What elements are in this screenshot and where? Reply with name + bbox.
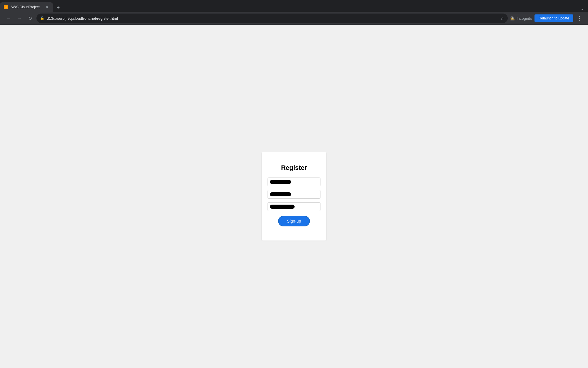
password-field-wrapper [268,202,320,211]
tab-bar: H AWS CloudProject × + ⌄ [0,0,588,12]
browser-tab-active[interactable]: H AWS CloudProject × [0,2,53,12]
browser-menu-button[interactable]: ⋮ [576,14,583,23]
new-tab-button[interactable]: + [54,4,62,12]
register-card: Register Sign-up [262,152,326,241]
incognito-label: Incognito [517,16,532,21]
page-content: Register Sign-up [0,25,588,368]
incognito-icon: 🕵 [510,16,515,21]
forward-button[interactable]: → [15,14,24,22]
address-bar: ← → ↻ 🔒 d13uxserpfjf9q.cloudfront.net/re… [0,12,588,25]
back-button[interactable]: ← [5,14,13,22]
tab-close-button[interactable]: × [45,5,49,9]
svg-text:H: H [5,6,6,9]
bookmark-icon[interactable]: ☆ [500,16,504,21]
tab-list-button[interactable]: ⌄ [579,5,586,12]
reload-button[interactable]: ↻ [26,14,34,22]
url-text: d13uxserpfjf9q.cloudfront.net/register.h… [47,16,498,21]
url-bar[interactable]: 🔒 d13uxserpfjf9q.cloudfront.net/register… [36,14,508,23]
relaunch-button[interactable]: Relaunch to update [534,14,573,22]
lock-icon: 🔒 [40,16,44,20]
username-input[interactable] [268,178,320,186]
username-field-wrapper [268,178,320,186]
browser-chrome: H AWS CloudProject × + ⌄ ← → ↻ 🔒 d13uxse… [0,0,588,25]
signup-button[interactable]: Sign-up [278,216,310,226]
incognito-button[interactable]: 🕵 Incognito [510,16,532,21]
email-field-wrapper [268,190,320,199]
tab-favicon: H [4,5,8,9]
register-title: Register [281,164,307,172]
email-input[interactable] [268,190,320,199]
password-input[interactable] [268,202,320,211]
tab-title: AWS CloudProject [11,5,42,9]
toolbar-right: 🕵 Incognito Relaunch to update ⋮ [510,14,583,23]
